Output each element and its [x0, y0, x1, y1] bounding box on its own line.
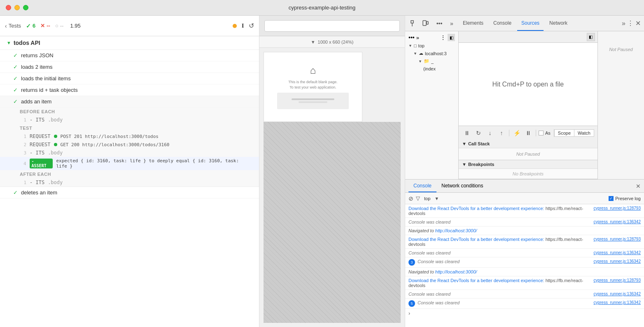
preserve-log-label: Preserve log [615, 196, 641, 201]
tab-sources[interactable]: Sources [517, 16, 544, 31]
tree-item-localhost[interactable]: ▼ ☁ localhost:3 [405, 49, 458, 57]
device-icon-button[interactable] [420, 18, 431, 29]
status-dot [233, 24, 237, 28]
url-text: POST 201 http://localhost:3000/todos [61, 134, 159, 139]
console-file-link[interactable]: cypress_runner.js:136342 [593, 300, 641, 305]
chevron-icon-button[interactable]: » [446, 18, 457, 29]
checkbox-as[interactable] [539, 131, 544, 135]
network-conditions-tab[interactable]: Network conditions [436, 180, 488, 192]
title-bar: cypress-example-api-testing [0, 0, 644, 16]
call-stack-title[interactable]: ▼ Call Stack [459, 140, 597, 148]
devtools-header: ••• » Elements Console Sources Network »… [405, 16, 644, 31]
more-tabs-button[interactable]: » [622, 20, 625, 27]
more-options-icon[interactable]: ••• [408, 34, 415, 41]
tree-item-top[interactable]: ▼ □ top [405, 42, 458, 49]
reload-button[interactable]: ↺ [249, 22, 254, 30]
tree-label: _ [431, 59, 434, 64]
test-item[interactable]: ✓ loads the initial items [0, 73, 259, 84]
step-over-button[interactable]: ↻ [474, 128, 483, 138]
filter-icon[interactable]: ▽ [416, 195, 420, 201]
pause-async-button[interactable]: ⏸ [523, 128, 533, 138]
tree-item-file[interactable]: (index [405, 65, 458, 72]
block-console-icon[interactable]: ⊘ [408, 195, 413, 202]
console-file-link[interactable]: cypress_runner.js:128793 [593, 278, 641, 283]
devtools-close-button[interactable]: ✕ [635, 19, 641, 27]
entry-content: Console was cleared cypress_runner.js:13… [408, 250, 641, 255]
maximize-button[interactable] [23, 5, 28, 10]
collapse-icon[interactable]: ◧ [448, 34, 455, 41]
tab-console[interactable]: Console [489, 16, 516, 31]
svg-rect-3 [427, 21, 428, 24]
watch-button[interactable]: Watch [574, 129, 594, 137]
back-button[interactable]: ‹ Tests [5, 23, 21, 29]
test-item-active[interactable]: ✓ adds an item [0, 96, 259, 107]
console-entry: Download the React DevTools for a better… [405, 235, 644, 249]
navigated-text: Navigated to http://localhost:3000/ [408, 228, 477, 233]
console-top-label[interactable]: top [422, 196, 432, 201]
dropdown-arrow-icon[interactable]: ▼ [434, 196, 439, 201]
line-number: 2 [20, 142, 26, 147]
entry-content: Console was cleared cypress_runner.js:13… [418, 300, 641, 305]
tab-elements[interactable]: Elements [459, 16, 488, 31]
test-item[interactable]: ✓ returns id + task objects [0, 84, 259, 96]
console-file-link[interactable]: cypress_runner.js:136342 [593, 250, 641, 255]
tab-network[interactable]: Network [545, 16, 572, 31]
scope-button[interactable]: Scope [554, 129, 574, 137]
test-item[interactable]: ✓ returns JSON [0, 50, 259, 61]
window-title: cypress-example-api-testing [289, 5, 356, 11]
test-name: returns id + task objects [21, 87, 78, 93]
step-into-button[interactable]: ↓ [485, 128, 495, 138]
call-stack-section: ▼ Call Stack Not Paused [459, 140, 597, 160]
console-header: Console Network conditions ✕ [405, 180, 644, 193]
pause-button[interactable]: ⏸ [462, 128, 472, 138]
preserve-log-checkbox[interactable] [609, 196, 614, 201]
console-entry-badge5: 5 Console was cleared cypress_runner.js:… [405, 299, 644, 309]
test-item[interactable]: ✓ deletes an item [0, 187, 259, 199]
console-tab[interactable]: Console [408, 180, 436, 192]
tree-label: top [418, 43, 425, 48]
browser-url-bar[interactable] [264, 20, 400, 32]
test-name: loads 2 items [21, 64, 53, 70]
status-dot-icon [54, 135, 57, 138]
console-file-link[interactable]: cypress_runner.js:128793 [593, 206, 641, 210]
suite-header: ▼ todos API [0, 36, 259, 50]
file-tree: ••• » ⋮ ◧ ▼ □ top ▼ ☁ localhost:3 ▼ [405, 31, 459, 179]
console-file-link[interactable]: cypress_runner.js:136342 [593, 292, 641, 296]
checkbox-group: As [539, 131, 551, 135]
browser-viewport: ⌂ This is the default blank page. To tes… [264, 52, 362, 122]
close-button[interactable] [6, 5, 11, 10]
console-file-link[interactable]: cypress_runner.js:128793 [593, 237, 641, 241]
pass-check-icon: ✓ [13, 64, 18, 70]
more-icon[interactable]: ⋮ [440, 34, 446, 41]
viewport-arrow-icon: ▼ [311, 40, 315, 44]
inspect-icon-button[interactable] [408, 18, 419, 29]
tree-arrow-icon: ▼ [418, 59, 422, 63]
console-entry: Console was cleared cypress_runner.js:13… [405, 249, 644, 257]
console-close-button[interactable]: ✕ [636, 183, 641, 189]
command-row-assert[interactable]: 4 - ASSERT expected { id: 3160, task: li… [0, 157, 259, 170]
entry-text: Console was cleared [408, 220, 450, 224]
entry-text: Console was cleared [418, 259, 460, 264]
console-file-link[interactable]: cypress_runner.js:136342 [593, 259, 641, 264]
minimize-button[interactable] [14, 5, 20, 10]
tree-item-folder[interactable]: ▼ 📁 _ [405, 57, 458, 65]
pass-check-icon: ✓ [13, 98, 18, 105]
navigated-link[interactable]: http://localhost:3000/ [435, 269, 477, 274]
breakpoints-title[interactable]: ▼ Breakpoints [459, 160, 597, 169]
sources-layout: ••• » ⋮ ◧ ▼ □ top ▼ ☁ localhost:3 ▼ [405, 31, 644, 180]
devtools-panel: ••• » Elements Console Sources Network »… [405, 16, 644, 327]
devtools-options-button[interactable]: ⋮ [627, 19, 634, 27]
dots-icon: ••• [436, 20, 443, 27]
step-out-button[interactable]: ↑ [497, 128, 506, 138]
sidebar-toggle-icon[interactable]: ◧ [587, 33, 595, 41]
pending-circle-icon: ○ [55, 23, 58, 29]
test-item[interactable]: ✓ loads 2 items [0, 61, 259, 73]
chevron-right-icon[interactable]: » [416, 35, 419, 41]
navigated-link[interactable]: http://localhost:3000/ [435, 228, 477, 233]
status-dot-icon [54, 143, 57, 146]
deactivate-button[interactable]: ⚡ [512, 128, 522, 138]
more-devtools-button[interactable]: ••• [434, 18, 445, 29]
tab-network-label: Network [549, 20, 567, 26]
console-file-link[interactable]: cypress_runner.js:136342 [593, 220, 641, 224]
entry-content: Navigated to http://localhost:3000/ [408, 228, 641, 233]
